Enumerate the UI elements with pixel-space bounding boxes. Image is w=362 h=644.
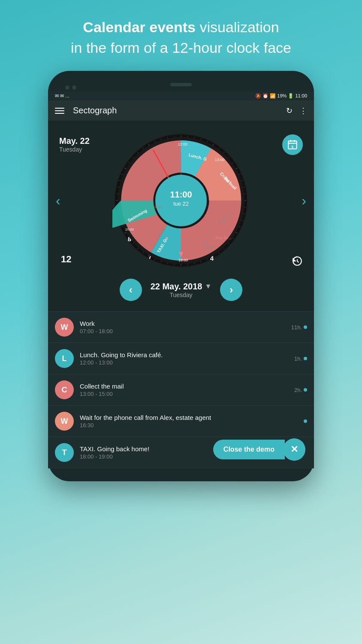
svg-text:5: 5 xyxy=(292,145,294,149)
refresh-icon[interactable]: ↻ xyxy=(286,106,293,115)
event-title-wait: Wait for the phone call from Alex, estat… xyxy=(80,414,298,421)
next-arrow[interactable]: › xyxy=(302,193,306,209)
event-duration-wait xyxy=(304,419,307,423)
close-x-button[interactable]: ✕ xyxy=(283,438,305,461)
hamburger-menu[interactable] xyxy=(55,108,64,114)
status-left: ✉ ✉ ... xyxy=(55,93,69,99)
svg-text:60: 60 xyxy=(164,236,168,240)
event-item-work[interactable]: W Work 07:00 - 18:00 11h. xyxy=(48,312,314,343)
calendar-button[interactable]: 5 xyxy=(282,134,303,155)
event-title-collect: Collect the mail xyxy=(80,383,288,390)
close-demo-container: Close the demo ✕ xyxy=(213,438,305,461)
svg-text:9:00: 9:00 xyxy=(154,205,162,209)
more-options-icon[interactable]: ⋮ xyxy=(299,106,307,115)
main-content: May. 22 Tuesday ‹ › 5 xyxy=(48,121,314,311)
phone-dot-2 xyxy=(72,85,76,90)
date-label: May. 22 Tuesday xyxy=(59,136,90,153)
event-dot-lunch xyxy=(304,357,307,360)
event-avatar-lunch: L xyxy=(55,349,74,368)
phone-dot-1 xyxy=(65,85,69,90)
status-bar: ✉ ✉ ... 🔕 ⏰ 📶 19% 🔋 11:00 xyxy=(48,91,314,100)
phone-dots xyxy=(65,85,76,90)
svg-text:- 15:00: - 15:00 xyxy=(221,174,232,178)
clock-section: May. 22 Tuesday ‹ › 5 xyxy=(55,128,307,273)
event-avatar-wait: W xyxy=(55,412,74,431)
history-button[interactable] xyxy=(292,255,303,269)
event-info-lunch: Lunch. Going to Riviera café. 12:00 - 13… xyxy=(80,351,288,366)
event-avatar-work: W xyxy=(55,318,74,337)
date-text: 22 May. 2018 ▼ xyxy=(151,282,212,292)
event-time-collect: 13:00 - 15:00 xyxy=(80,391,288,397)
event-dot-wait xyxy=(304,419,307,423)
svg-text:1:30: 1:30 xyxy=(207,246,214,249)
svg-text:18:00: 18:00 xyxy=(178,258,188,262)
status-right: 🔕 ⏰ 📶 19% 🔋 11:00 xyxy=(255,93,307,99)
event-info-work: Work 07:00 - 18:00 xyxy=(80,320,285,334)
event-dot-collect xyxy=(304,388,307,392)
date-nav: ‹ 22 May. 2018 ▼ Tuesday › xyxy=(55,273,307,304)
event-title-lunch: Lunch. Going to Riviera café. xyxy=(80,351,288,358)
svg-text:tue 22: tue 22 xyxy=(173,200,189,207)
date-center: 22 May. 2018 ▼ Tuesday xyxy=(151,282,212,298)
event-time-wait: 16:30 xyxy=(80,422,298,428)
date-label-day: Tuesday xyxy=(59,146,90,153)
app-bar: Sectograph ↻ ⋮ xyxy=(48,100,314,121)
prev-date-button[interactable]: ‹ xyxy=(120,279,142,301)
clock-container: 12 1 2 3 4 5 7 8 xyxy=(112,132,250,269)
event-duration-work: 11h. xyxy=(291,324,307,331)
event-dot-work xyxy=(304,325,307,329)
event-duration-collect: 2h. xyxy=(294,387,307,393)
event-avatar-taxi: T xyxy=(55,443,74,462)
day-text: Tuesday xyxy=(151,292,212,298)
status-icons: ✉ ✉ ... xyxy=(55,93,69,99)
close-demo-button[interactable]: Close the demo xyxy=(213,440,285,459)
event-item-wait[interactable]: W Wait for the phone call from Alex, est… xyxy=(48,406,314,437)
event-time-lunch: 12:00 - 13:00 xyxy=(80,359,288,366)
app-bar-icons: ↻ ⋮ xyxy=(286,106,307,115)
event-item-lunch[interactable]: L Lunch. Going to Riviera café. 12:00 - … xyxy=(48,343,314,374)
status-right-text: 🔕 ⏰ 📶 19% 🔋 11:00 xyxy=(255,93,307,99)
event-avatar-collect: C xyxy=(55,380,74,399)
svg-text:9: 9 xyxy=(157,232,160,236)
event-duration-lunch: 1h. xyxy=(294,355,307,362)
svg-text:13:00: 13:00 xyxy=(215,158,225,162)
svg-text:60: 60 xyxy=(162,228,166,231)
page-header: Calendar events visualization in the for… xyxy=(0,0,362,71)
event-time-work: 07:00 - 18:00 xyxy=(80,328,285,334)
day-number-12: 12 xyxy=(61,254,71,265)
next-date-button[interactable]: › xyxy=(220,279,242,301)
prev-arrow[interactable]: ‹ xyxy=(56,193,60,209)
clock-svg: 12 1 2 3 4 5 7 8 xyxy=(112,132,250,269)
svg-text:5:30: 5:30 xyxy=(219,219,226,223)
event-info-wait: Wait for the phone call from Alex, estat… xyxy=(80,414,298,428)
date-label-date: May. 22 xyxy=(59,136,90,146)
app-title: Sectograph xyxy=(73,106,286,115)
header-text: Calendar events visualization in the for… xyxy=(26,17,336,58)
svg-text:7:00: 7:00 xyxy=(202,241,208,245)
svg-text:20:00: 20:00 xyxy=(125,228,134,231)
svg-text:12:00: 12:00 xyxy=(178,142,188,146)
phone-speaker xyxy=(170,83,192,86)
svg-text:1:30: 1:30 xyxy=(223,214,229,218)
svg-text:Wait for...: Wait for... xyxy=(215,236,232,240)
event-title-work: Work xyxy=(80,320,285,327)
phone-top xyxy=(48,79,314,91)
svg-text:11:00: 11:00 xyxy=(170,190,192,199)
event-info-collect: Collect the mail 13:00 - 15:00 xyxy=(80,383,288,397)
event-item-collect[interactable]: C Collect the mail 13:00 - 15:00 2h. xyxy=(48,374,314,406)
phone-frame: ✉ ✉ ... 🔕 ⏰ 📶 19% 🔋 11:00 Sectograph ↻ ⋮… xyxy=(48,71,314,481)
